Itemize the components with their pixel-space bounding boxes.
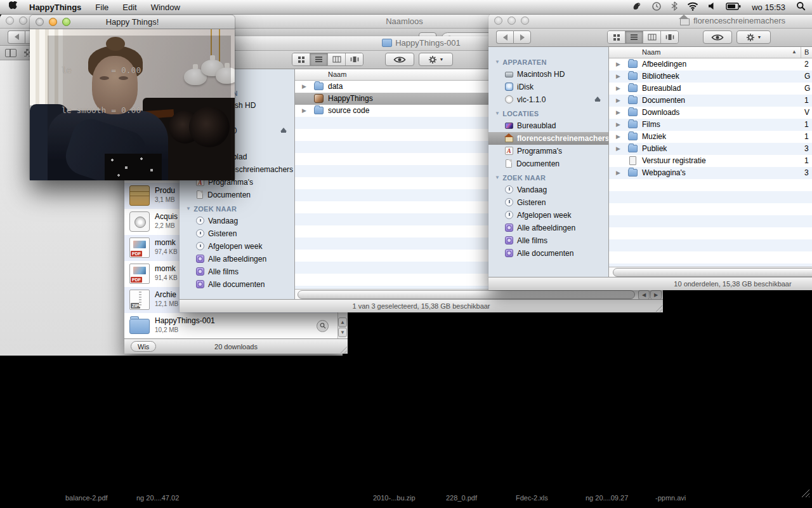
disclosure-triangle-icon[interactable]: ▶ <box>616 97 620 104</box>
disclosure-triangle-icon[interactable]: ▶ <box>616 109 620 116</box>
clear-downloads-button[interactable]: Wis <box>131 341 156 352</box>
apple-menu-icon[interactable] <box>9 1 18 13</box>
sidebar-item[interactable]: Alle afbeeldingen <box>488 222 608 234</box>
file-row[interactable]: ▶ Bibliotheek G <box>609 70 812 83</box>
disclosure-triangle-icon[interactable]: ▶ <box>616 170 620 176</box>
happythings-status-icon[interactable] <box>632 1 642 13</box>
sidebar-item[interactable]: Documenten <box>180 189 294 201</box>
resize-grip[interactable] <box>654 304 662 312</box>
sidebar-item[interactable]: Vandaag <box>180 215 294 227</box>
list-view-button[interactable] <box>310 53 328 65</box>
webcam-titlebar[interactable]: Happy Things! <box>30 15 235 29</box>
back-button[interactable] <box>496 30 513 44</box>
volume-icon[interactable] <box>708 2 716 12</box>
sidebar-item[interactable]: Macintosh HD <box>488 68 608 81</box>
file-row[interactable]: ▶ Bureaublad G <box>609 83 812 95</box>
sidebar-item[interactable]: Gisteren <box>488 196 608 209</box>
sidebar-item[interactable]: florenceschreinemachers <box>488 132 608 145</box>
scroll-right-button[interactable]: ▶ <box>650 290 662 300</box>
desktop-icon-label[interactable]: 228_0.pdf <box>446 494 477 502</box>
close-icon[interactable] <box>494 17 502 25</box>
time-machine-icon[interactable] <box>652 1 662 13</box>
file-row[interactable]: ▶ Afbeeldingen 2 <box>609 58 812 70</box>
menu-item[interactable]: Edit <box>122 3 136 12</box>
icon-view-button[interactable] <box>292 53 310 65</box>
file-row[interactable]: ▶ Webpagina's 3 <box>609 167 812 179</box>
file-row[interactable]: ▶ Downloads V <box>609 107 812 119</box>
coverflow-view-button[interactable] <box>346 53 363 65</box>
disclosure-triangle-icon[interactable]: ▶ <box>616 133 620 140</box>
column-view-button[interactable] <box>328 53 346 65</box>
sidebar-item[interactable]: Alle films <box>180 265 294 278</box>
quick-look-button[interactable] <box>703 30 732 44</box>
sidebar-item[interactable]: vlc-1.1.0 <box>488 93 608 106</box>
scroll-left-button[interactable]: ◀ <box>638 290 650 300</box>
disclosure-triangle-icon[interactable]: ▶ <box>616 145 620 152</box>
active-app-menu[interactable]: HappyThings <box>29 3 81 12</box>
sidebar-item[interactable]: Programma's <box>488 145 608 157</box>
icon-view-button[interactable] <box>608 31 625 43</box>
coverflow-view-button[interactable] <box>661 31 678 43</box>
menu-item[interactable]: File <box>95 3 108 12</box>
disclosure-triangle-icon[interactable]: ▶ <box>302 83 306 90</box>
sidebar-item[interactable]: Alle documenten <box>488 247 608 260</box>
list-view-button[interactable] <box>625 31 643 43</box>
list-column-header[interactable]: Naam ▲ B <box>609 47 812 58</box>
file-row[interactable]: ▶ Publiek 3 <box>609 143 812 155</box>
file-row[interactable]: ▶ Muziek 1 <box>609 131 812 143</box>
close-icon[interactable] <box>6 17 14 25</box>
column-divider[interactable] <box>801 47 801 58</box>
menu-item[interactable]: Window <box>151 3 180 12</box>
disclosure-triangle-icon[interactable]: ▶ <box>616 85 620 91</box>
scroll-up-button[interactable]: ▲ <box>338 318 347 327</box>
file-row[interactable]: ▶ Verstuur registratie 1 <box>609 155 812 167</box>
download-item[interactable]: HappyThings-001 10,2 MB <box>124 313 348 338</box>
desktop-icon-label[interactable]: ng 20....09.27 <box>586 494 628 502</box>
file-row[interactable]: ▶ Films 1 <box>609 119 812 131</box>
disclosure-triangle-icon[interactable]: ▶ <box>616 61 620 67</box>
scroll-down-button[interactable]: ▼ <box>338 328 347 337</box>
sidebar-item[interactable]: Bureaublad <box>488 119 608 132</box>
horizontal-scrollbar[interactable] <box>609 267 812 277</box>
sidebar-item[interactable]: Gisteren <box>180 227 294 240</box>
sidebar-item[interactable]: Alle films <box>488 234 608 247</box>
reveal-in-finder-button[interactable] <box>317 320 329 332</box>
desktop-icon-label[interactable]: 2010-...bu.zip <box>373 494 416 502</box>
bluetooth-icon[interactable] <box>671 1 678 13</box>
close-icon[interactable] <box>36 18 44 26</box>
sidebar-item[interactable]: iDisk <box>488 81 608 93</box>
forward-button[interactable] <box>513 30 531 44</box>
sidebar-item[interactable]: Alle documenten <box>180 278 294 291</box>
disclosure-triangle-icon[interactable]: ▶ <box>616 121 620 128</box>
disclosure-triangle-icon[interactable]: ▶ <box>616 73 620 79</box>
sidebar-item[interactable]: Documenten <box>488 157 608 170</box>
back-button[interactable] <box>8 30 25 44</box>
desktop-icon-label[interactable]: Fdec-2.xls <box>516 494 548 502</box>
action-menu-button[interactable]: ▼ <box>737 30 771 44</box>
sidebar-item[interactable]: Vandaag <box>488 184 608 196</box>
resize-grip[interactable] <box>339 345 347 353</box>
bookmarks-book-icon[interactable] <box>5 49 16 57</box>
action-menu-button[interactable]: ▼ <box>419 53 453 66</box>
sidebar-item[interactable]: Alle afbeeldingen <box>180 253 294 265</box>
quick-look-button[interactable] <box>385 53 414 66</box>
file-row[interactable]: ▶ Documenten 1 <box>609 95 812 107</box>
desktop-icon-label[interactable]: -ppmn.avi <box>655 494 686 502</box>
zoom-icon[interactable] <box>521 17 529 25</box>
desktop-icon-label[interactable]: balance-2.pdf <box>65 494 108 502</box>
spotlight-icon[interactable] <box>796 1 806 13</box>
minimize-icon[interactable] <box>19 17 27 25</box>
scrollbar-thumb[interactable] <box>298 290 635 299</box>
wifi-icon[interactable] <box>687 2 698 13</box>
finder-titlebar[interactable]: florenceschreinemachers <box>488 14 812 29</box>
resize-grip[interactable] <box>801 488 809 497</box>
disclosure-triangle-icon[interactable]: ▶ <box>302 107 306 114</box>
scrollbar-thumb[interactable] <box>613 268 812 277</box>
horizontal-scrollbar[interactable]: ◀ ▶ <box>295 289 663 299</box>
battery-icon[interactable] <box>726 3 741 12</box>
desktop-icon-label[interactable]: ng 20....47.02 <box>136 494 179 502</box>
minimize-icon[interactable] <box>49 18 57 26</box>
sidebar-item[interactable]: Afgelopen week <box>180 240 294 253</box>
zoom-icon[interactable] <box>62 18 70 26</box>
sidebar-item[interactable]: Afgelopen week <box>488 209 608 222</box>
